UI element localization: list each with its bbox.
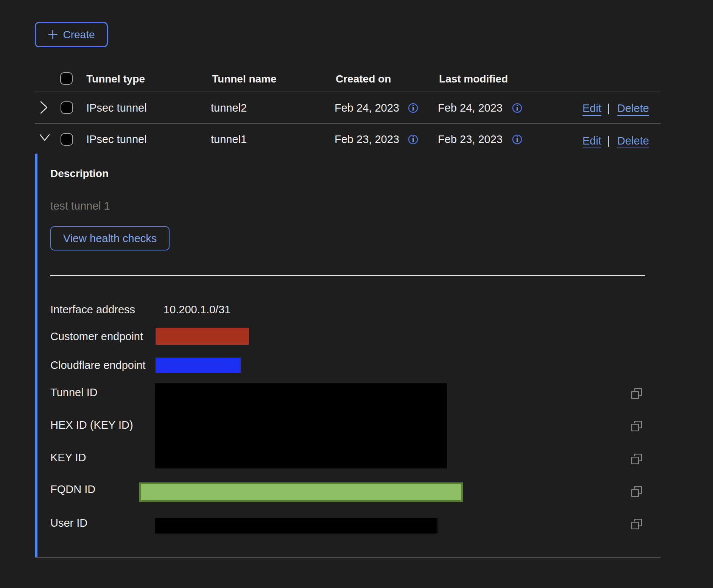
svg-text:i: i [516,135,518,143]
svg-text:i: i [412,104,414,112]
svg-text:i: i [516,104,518,112]
svg-text:i: i [412,135,414,143]
